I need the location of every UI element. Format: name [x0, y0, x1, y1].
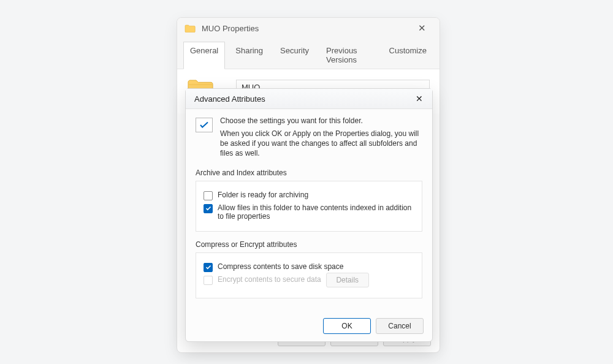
advanced-titlebar: Advanced Attributes ✕	[186, 89, 432, 109]
tab-customize[interactable]: Customize	[383, 42, 433, 69]
tab-general[interactable]: General	[183, 42, 225, 69]
group-archive-index: Folder is ready for archiving Allow file…	[196, 181, 422, 232]
option-compress-label: Compress contents to save disk space	[218, 262, 343, 271]
tab-sharing[interactable]: Sharing	[229, 42, 270, 69]
ok-button[interactable]: OK	[323, 318, 371, 334]
properties-tabs: General Sharing Security Previous Versio…	[177, 37, 440, 69]
option-encrypt: Encrypt contents to secure data Details	[204, 275, 414, 287]
option-index[interactable]: Allow files in this folder to have conte…	[204, 203, 414, 221]
checkmark-icon	[196, 118, 213, 132]
advanced-title: Advanced Attributes	[194, 94, 413, 104]
group-label-compress-encrypt: Compress or Encrypt attributes	[196, 240, 422, 249]
option-index-label: Allow files in this folder to have conte…	[218, 203, 414, 221]
checkbox-archive[interactable]	[204, 191, 213, 200]
group-label-archive-index: Archive and Index attributes	[196, 169, 422, 177]
close-icon[interactable]: ✕	[413, 94, 426, 104]
advanced-footer: OK Cancel	[186, 313, 432, 341]
checkbox-index[interactable]	[204, 204, 213, 213]
details-button: Details	[326, 273, 369, 287]
advanced-attributes-dialog: Advanced Attributes ✕ Choose the setting…	[185, 88, 433, 342]
advanced-body: Choose the settings you want for this fo…	[186, 109, 432, 313]
close-icon[interactable]: ✕	[411, 23, 432, 34]
folder-icon	[185, 24, 196, 32]
option-compress[interactable]: Compress contents to save disk space	[204, 262, 414, 272]
checkbox-compress[interactable]	[204, 263, 213, 272]
cancel-button[interactable]: Cancel	[376, 318, 424, 334]
checkbox-encrypt	[204, 276, 213, 285]
group-compress-encrypt: Compress contents to save disk space Enc…	[196, 252, 422, 298]
intro-line-2: When you click OK or Apply on the Proper…	[220, 129, 422, 159]
advanced-intro: Choose the settings you want for this fo…	[196, 116, 422, 159]
option-encrypt-label: Encrypt contents to secure data	[218, 275, 321, 284]
option-archive-label: Folder is ready for archiving	[218, 191, 308, 199]
properties-title: MUO Properties	[202, 24, 411, 33]
intro-line-1: Choose the settings you want for this fo…	[220, 116, 422, 125]
option-archive[interactable]: Folder is ready for archiving	[204, 191, 414, 200]
tab-previous-versions[interactable]: Previous Versions	[319, 42, 379, 69]
tab-security[interactable]: Security	[273, 42, 316, 69]
properties-titlebar: MUO Properties ✕	[177, 18, 440, 37]
